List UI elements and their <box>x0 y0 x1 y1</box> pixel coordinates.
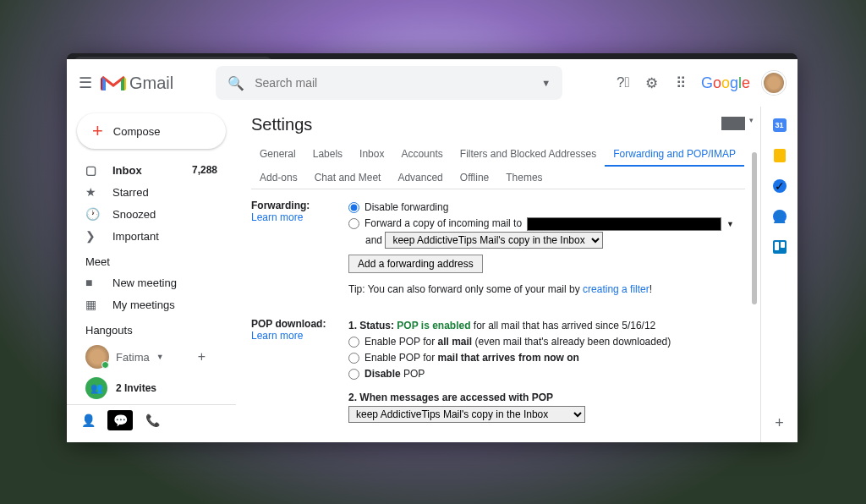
meet-section-header: Meet <box>67 247 236 271</box>
tab-advanced[interactable]: Advanced <box>389 167 451 189</box>
forwarding-label: Forwarding: <box>251 200 310 211</box>
radio-pop-disable[interactable] <box>348 369 359 380</box>
tab-chat[interactable]: Chat and Meet <box>306 167 390 189</box>
tab-general[interactable]: General <box>251 143 304 167</box>
phone-tab-icon[interactable]: 📞 <box>140 410 165 430</box>
section-label: POP download: Learn more <box>251 318 348 423</box>
sidebar-item-my-meetings[interactable]: ▦ My meetings <box>67 293 236 315</box>
learn-more-link[interactable]: Learn more <box>251 211 348 223</box>
settings-panel: Settings General Labels Inbox Accounts F… <box>236 107 760 442</box>
pop-action-select[interactable]: keep AddictiveTips Mail's copy in the In… <box>348 406 585 423</box>
tasks-addon-icon[interactable]: ✓ <box>773 179 787 193</box>
clock-icon: 🕐 <box>85 207 101 221</box>
sidebar-item-important[interactable]: ❯ Important <box>67 225 236 247</box>
google-logo: Google <box>701 74 750 92</box>
user-avatar <box>85 345 109 369</box>
pop-body: 1. Status: POP is enabled for all mail t… <box>348 318 745 423</box>
invites-label: 2 Invites <box>116 382 156 394</box>
forwarding-tip: Tip: You can also forward only some of y… <box>348 282 745 298</box>
new-chat-icon[interactable]: + <box>198 349 206 364</box>
forward-address-select[interactable] <box>527 217 721 231</box>
tab-offline[interactable]: Offline <box>452 167 497 189</box>
star-icon: ★ <box>85 185 101 199</box>
keep-addon-icon[interactable] <box>774 149 786 162</box>
radio-forward-copy[interactable] <box>348 218 359 229</box>
sidebar-item-inbox[interactable]: ▢ Inbox 7,288 <box>67 159 236 181</box>
page-title: Settings <box>251 115 745 134</box>
contacts-tab-icon[interactable]: 👤 <box>75 410 101 430</box>
scrollbar[interactable] <box>752 152 757 304</box>
sidebar: + Compose ▢ Inbox 7,288 ★ Starred 🕐 Snoo… <box>67 107 236 442</box>
hangouts-section-header: Hangouts <box>67 315 236 340</box>
trello-addon-icon[interactable] <box>773 240 787 254</box>
search-box[interactable]: 🔍 ▼ <box>216 66 562 100</box>
pop-all-mail-option[interactable]: Enable POP for all mail (even mail that'… <box>348 334 745 350</box>
forward-copy-option[interactable]: Forward a copy of incoming mail to ▼ <box>348 216 745 232</box>
pop-section: POP download: Learn more 1. Status: POP … <box>251 308 745 433</box>
main-menu-icon[interactable]: ☰ <box>79 74 92 92</box>
gmail-m-icon <box>101 74 126 92</box>
radio-pop-now[interactable] <box>348 353 359 364</box>
apps-grid-icon[interactable]: ⠿ <box>672 74 689 91</box>
tab-themes[interactable]: Themes <box>497 167 551 189</box>
chevron-down-icon[interactable]: ▼ <box>156 353 164 361</box>
section-label: Forwarding: Learn more <box>251 200 348 298</box>
pop-label: POP download: <box>251 318 326 330</box>
account-avatar[interactable] <box>762 71 786 95</box>
tab-filters[interactable]: Filters and Blocked Addresses <box>452 143 605 167</box>
tab-inbox[interactable]: Inbox <box>351 143 392 167</box>
settings-gear-icon[interactable]: ⚙ <box>644 74 660 91</box>
main-content: + Compose ▢ Inbox 7,288 ★ Starred 🕐 Snoo… <box>67 107 797 442</box>
important-icon: ❯ <box>85 229 101 243</box>
invites-row[interactable]: 👥 2 Invites <box>67 374 236 403</box>
radio-pop-all[interactable] <box>348 337 359 348</box>
search-icon: 🔍 <box>227 75 244 91</box>
gmail-logo[interactable]: Gmail <box>101 74 173 93</box>
chat-tab-icon[interactable]: 💬 <box>107 410 133 430</box>
pop-disable-option[interactable]: Disable POP <box>348 366 745 382</box>
search-options-icon[interactable]: ▼ <box>541 78 551 88</box>
learn-more-link[interactable]: Learn more <box>251 330 348 342</box>
settings-tabs: General Labels Inbox Accounts Filters an… <box>251 143 745 189</box>
pop-now-on-option[interactable]: Enable POP for mail that arrives from no… <box>348 350 745 366</box>
invites-icon: 👥 <box>85 377 107 399</box>
side-panel: 31 ✓ 👤 + <box>760 107 797 442</box>
search-input[interactable] <box>255 76 531 90</box>
nav-label: Starred <box>112 186 149 199</box>
plus-icon: + <box>92 120 103 142</box>
sidebar-item-starred[interactable]: ★ Starred <box>67 181 236 203</box>
support-icon[interactable]: ?⃝ <box>615 74 632 91</box>
nav-label: New meeting <box>112 277 177 289</box>
tab-addons[interactable]: Add-ons <box>251 167 306 189</box>
creating-filter-link[interactable]: creating a filter <box>583 283 650 295</box>
nav-label: Inbox <box>112 164 142 177</box>
tab-accounts[interactable]: Accounts <box>392 143 451 167</box>
calendar-icon: ▦ <box>85 298 101 311</box>
add-forwarding-address-button[interactable]: Add a forwarding address <box>348 255 483 273</box>
sidebar-item-snoozed[interactable]: 🕐 Snoozed <box>67 203 236 225</box>
camera-icon: ■ <box>85 276 101 289</box>
nav-label: My meetings <box>112 299 175 311</box>
forwarding-section: Forwarding: Learn more Disable forwardin… <box>251 189 745 308</box>
inbox-count: 7,288 <box>192 164 217 176</box>
get-addons-icon[interactable]: + <box>772 415 787 430</box>
hangouts-bottom-tabs: 👤 💬 📞 <box>67 404 236 436</box>
compose-button[interactable]: + Compose <box>77 113 226 149</box>
compose-label: Compose <box>113 125 161 138</box>
nav-label: Snoozed <box>112 208 156 221</box>
hangouts-user-row[interactable]: Fatima ▼ + <box>67 340 236 374</box>
tab-labels[interactable]: Labels <box>304 143 351 167</box>
forwarding-body: Disable forwarding Forward a copy of inc… <box>348 200 745 298</box>
status-dot <box>101 361 109 369</box>
contacts-addon-icon[interactable]: 👤 <box>773 210 787 223</box>
hangouts-username: Fatima <box>116 351 150 364</box>
input-tool-toggle[interactable] <box>721 117 745 130</box>
calendar-addon-icon[interactable]: 31 <box>773 118 787 132</box>
tab-forwarding[interactable]: Forwarding and POP/IMAP <box>605 143 744 167</box>
forward-keep-select[interactable]: keep AddictiveTips Mail's copy in the In… <box>385 232 603 249</box>
radio-disable-forwarding[interactable] <box>348 202 359 213</box>
inbox-icon: ▢ <box>85 163 101 177</box>
sidebar-item-new-meeting[interactable]: ■ New meeting <box>67 271 236 293</box>
pop-status-line: 1. Status: POP is enabled for all mail t… <box>348 318 745 334</box>
disable-forwarding-option[interactable]: Disable forwarding <box>348 200 745 216</box>
